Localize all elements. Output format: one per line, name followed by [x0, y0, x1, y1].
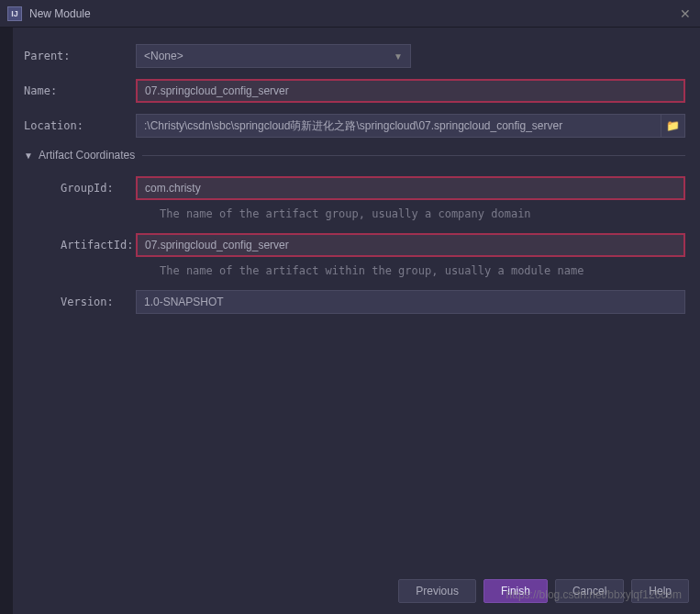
collapse-arrow-icon: ▼	[24, 151, 33, 161]
artifactid-label: ArtifactId:	[24, 239, 136, 251]
name-value: 07.springcloud_config_server	[145, 84, 289, 97]
finish-button[interactable]: Finish	[483, 579, 548, 603]
app-icon: IJ	[7, 6, 22, 21]
artifact-section-title: Artifact Coordinates	[39, 149, 135, 162]
chevron-down-icon: ▼	[394, 51, 403, 61]
parent-value: <None>	[144, 50, 183, 62]
help-button[interactable]: Help	[631, 579, 689, 603]
name-row: Name: 07.springcloud_config_server	[24, 79, 685, 103]
button-bar: Previous Finish Cancel Help	[398, 579, 689, 603]
name-label: Name:	[24, 84, 136, 97]
parent-label: Parent:	[24, 50, 136, 62]
location-label: Location:	[24, 119, 136, 132]
location-value: :\Christy\csdn\sbc\springcloud萌新进化之路\spr…	[144, 118, 562, 134]
location-input[interactable]: :\Christy\csdn\sbc\springcloud萌新进化之路\spr…	[136, 114, 661, 138]
previous-button[interactable]: Previous	[398, 579, 476, 603]
dialog-content: Parent: <None> ▼ Name: 07.springcloud_co…	[9, 28, 700, 314]
location-row: Location: :\Christy\csdn\sbc\springcloud…	[24, 114, 685, 138]
groupid-label: GroupId:	[24, 182, 136, 195]
groupid-help: The name of the artifact group, usually …	[160, 207, 685, 220]
artifactid-value: 07.springcloud_config_server	[145, 239, 289, 251]
groupid-row: GroupId: com.christy	[24, 176, 685, 200]
cancel-button[interactable]: Cancel	[555, 579, 624, 603]
artifactid-help: The name of the artifact within the grou…	[160, 264, 685, 277]
version-input[interactable]: 1.0-SNAPSHOT	[136, 290, 685, 314]
location-field: :\Christy\csdn\sbc\springcloud萌新进化之路\spr…	[136, 114, 685, 138]
window-title: New Module	[29, 7, 678, 20]
name-input[interactable]: 07.springcloud_config_server	[136, 79, 685, 103]
artifactid-input[interactable]: 07.springcloud_config_server	[136, 233, 685, 257]
titlebar: IJ New Module ✕	[0, 0, 700, 28]
browse-folder-icon[interactable]: 📁	[661, 114, 685, 138]
fieldset-divider	[142, 155, 685, 156]
artifact-coords-toggle[interactable]: ▼ Artifact Coordinates	[24, 149, 685, 162]
groupid-input[interactable]: com.christy	[136, 176, 685, 200]
left-gutter	[0, 28, 13, 614]
version-row: Version: 1.0-SNAPSHOT	[24, 290, 685, 314]
parent-select[interactable]: <None> ▼	[136, 44, 411, 68]
groupid-value: com.christy	[145, 182, 201, 195]
close-icon[interactable]: ✕	[678, 6, 693, 21]
version-value: 1.0-SNAPSHOT	[144, 296, 224, 308]
version-label: Version:	[24, 296, 136, 308]
artifactid-row: ArtifactId: 07.springcloud_config_server	[24, 233, 685, 257]
parent-row: Parent: <None> ▼	[24, 44, 685, 68]
